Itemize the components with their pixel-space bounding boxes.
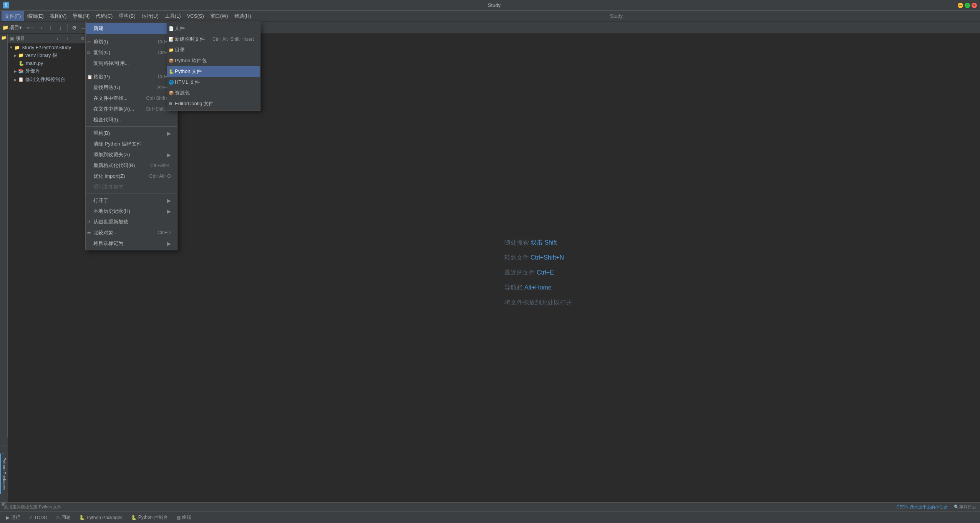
side-tab-breakpoints[interactable]: 断点 [0,495,8,502]
side-tab-structure[interactable]: 结构 [0,437,8,445]
bottom-tab-python-packages[interactable]: 🐍 Python Packages [75,514,126,521]
side-tab-py-packages[interactable]: Python Packages [0,453,8,494]
menu-run[interactable]: 运行(U) [139,11,162,21]
context-menu-file: 新建 ▶ ✂ 剪切(I) Ctrl+X ⧉ 复制(C) Ctrl+C 复制路径/… [85,22,177,250]
menu-view[interactable]: 视图(V) [47,11,70,21]
project-header-btn1[interactable]: ⟵ [56,36,63,42]
tree-main-label: main.py [26,60,43,66]
sm-item-py-file[interactable]: 🐍 Python 文件 [167,66,260,77]
menu-refactor[interactable]: 重构(B) [116,11,138,21]
project-header-btn2[interactable]: ↑ [64,36,70,42]
cm-mark-dir-label: 将目录标记为 [93,240,123,247]
sm-py-pkg-icon: 📦 [169,58,174,63]
sm-resource-label: 资源包 [175,89,190,96]
cm-item-find-in-files[interactable]: 在文件中查找... Ctrl+Shift+F [86,93,177,104]
menu-vcs[interactable]: VCS(S) [184,12,207,20]
hint-recent-key: Ctrl+E [537,269,554,276]
sm-item-file[interactable]: 📄 文件 [167,23,260,34]
toolbar-down-btn[interactable]: ↓ [56,23,65,32]
cm-local-history-arrow: ▶ [167,209,171,214]
terminal-tab-label: 终端 [182,514,191,521]
cm-item-new[interactable]: 新建 ▶ [86,23,177,34]
bottom-tab-terminal[interactable]: ▦ 终端 [172,513,195,522]
cm-item-add-favorites[interactable]: 添加到收藏夹(A) ▶ [86,149,177,160]
project-label[interactable]: 项目▾ [9,24,22,31]
tree-main-py[interactable]: 🐍 main.py [8,60,96,67]
sm-html-icon: 🌐 [169,80,174,85]
toolbar-back-btn[interactable]: ⟵ [26,23,35,32]
cm-item-copy[interactable]: ⧉ 复制(C) Ctrl+C [86,47,177,58]
app-icon: S [3,2,9,8]
status-bar-left: 从指定的模板创建 Python 文件 [4,504,61,510]
status-bar-events[interactable]: 事件日志 [959,504,976,510]
cm-sep-1 [86,35,177,35]
cm-item-replace-in-files[interactable]: 在文件中替换(A)... Ctrl+Shift+R [86,104,177,114]
hint-drag: 将文件拖放到此处以打开 [504,299,572,307]
sm-item-html[interactable]: 🌐 HTML 文件 [167,77,260,88]
bottom-tab-problems[interactable]: ⚠ 问题 [52,513,75,522]
tree-temp[interactable]: ▶ 📋 临时文件和控制台 [8,75,96,84]
cm-item-inspect[interactable]: 检查代码(I)... [86,114,177,125]
cm-item-mark-dir[interactable]: 将目录标记为 ▶ [86,238,177,249]
cm-item-paste[interactable]: 📋 粘贴(P) Ctrl+V [86,71,177,82]
cm-item-reformat[interactable]: 重新格式化代码(B) Ctrl+Alt+L [86,160,177,171]
project-header-btn4[interactable]: ⚙ [80,36,86,42]
cm-item-local-history[interactable]: 本地历史记录(H) ▶ [86,206,177,217]
cm-item-copy-path[interactable]: 复制路径/引用... [86,58,177,69]
cm-item-cut[interactable]: ✂ 剪切(I) Ctrl+X [86,36,177,47]
project-header-icon: ▣ [10,36,14,41]
tree-root[interactable]: ▼ 📁 Study F:\Python\Study [8,44,96,51]
cm-open-in-arrow: ▶ [167,198,171,204]
bottom-tab-run[interactable]: ▶ 运行 [2,513,24,522]
menu-file[interactable]: 文件(F) [2,11,24,21]
side-tab-favorites[interactable]: 收藏夹 [0,445,8,453]
menu-navigate[interactable]: 导航(N) [70,11,93,21]
sm-item-scratch[interactable]: 📝 新建临时文件 Ctrl+Alt+Shift+Insert [167,34,260,45]
menu-help[interactable]: 帮助(H) [231,11,254,21]
sidebar-icon-project[interactable]: 📁 [1,35,7,40]
menu-edit[interactable]: 编辑(E) [24,11,47,21]
cm-item-refactor[interactable]: 重构(B) ▶ [86,128,177,139]
menu-tools[interactable]: 工具(L) [162,11,184,21]
sm-item-py-pkg[interactable]: 📦 Python 软件包 [167,55,260,66]
sm-item-dir[interactable]: 📁 目录 [167,45,260,55]
toolbar-fwd-btn[interactable]: → [36,23,45,32]
cm-item-open-in[interactable]: 打开于 ▶ [86,195,177,206]
cm-copy-path-label: 复制路径/引用... [93,60,129,67]
cm-item-find-usages[interactable]: 查找用法(U) Alt+F7 [86,82,177,93]
sm-item-resource[interactable]: 📦 资源包 [167,88,260,98]
maximize-button[interactable]: □ [965,3,970,8]
cm-refactor-arrow: ▶ [167,131,171,136]
cm-item-compare[interactable]: ⇌ 比较对象... Ctrl+D [86,227,177,238]
tree-root-arrow: ▼ [9,45,13,50]
sm-item-editorconfig[interactable]: ⚙ EditorConfig 文件 [167,98,260,109]
tree-temp-label: 临时文件和控制台 [25,76,65,83]
menu-code[interactable]: 代码(C) [93,11,116,21]
bottom-tab-todo[interactable]: ✓ TODO [25,514,51,521]
tree-external[interactable]: ▶ 📚 外部库 [8,67,96,75]
hint-drag-label: 将文件拖放到此处以打开 [504,299,572,306]
tree-venv[interactable]: ▶ 📁 venv library 根 [8,51,96,60]
cm-replace-shortcut: Ctrl+Shift+R [134,106,171,112]
project-header-btn3[interactable]: ↓ [72,36,78,42]
cm-item-reload[interactable]: ↺ 从磁盘重新加载 [86,217,177,227]
minimize-button[interactable]: — [958,3,963,8]
hint-nav: 导航栏 Alt+Home [504,284,572,292]
cm-item-optimize-imports[interactable]: 优化 import(Z) Ctrl+Alt+O [86,171,177,182]
tree-root-icon: 📁 [14,45,20,50]
hint-goto-label: 转到文件 [504,254,529,261]
menu-window[interactable]: 窗口(W) [207,11,231,21]
status-bar-search[interactable]: 🔍 [954,505,959,510]
bottom-tab-python-console[interactable]: 🐍 Python 控制台 [127,513,172,522]
tree-temp-arrow: ▶ [14,78,17,82]
todo-tab-label: TODO [34,515,47,520]
cm-item-clean-pyc[interactable]: 清除 Python 编译文件 [86,139,177,149]
cm-refactor-label: 重构(B) [93,130,110,137]
toolbar-up-btn[interactable]: ↑ [46,23,55,32]
hint-nav-label: 导航栏 [504,284,523,291]
close-button[interactable]: ✕ [972,3,977,8]
project-folder-icon: 📁 [2,25,8,30]
cm-open-in-label: 打开于 [93,197,108,204]
cm-compare-shortcut: Ctrl+D [146,230,171,235]
toolbar-settings-btn[interactable]: ⚙ [70,23,79,32]
